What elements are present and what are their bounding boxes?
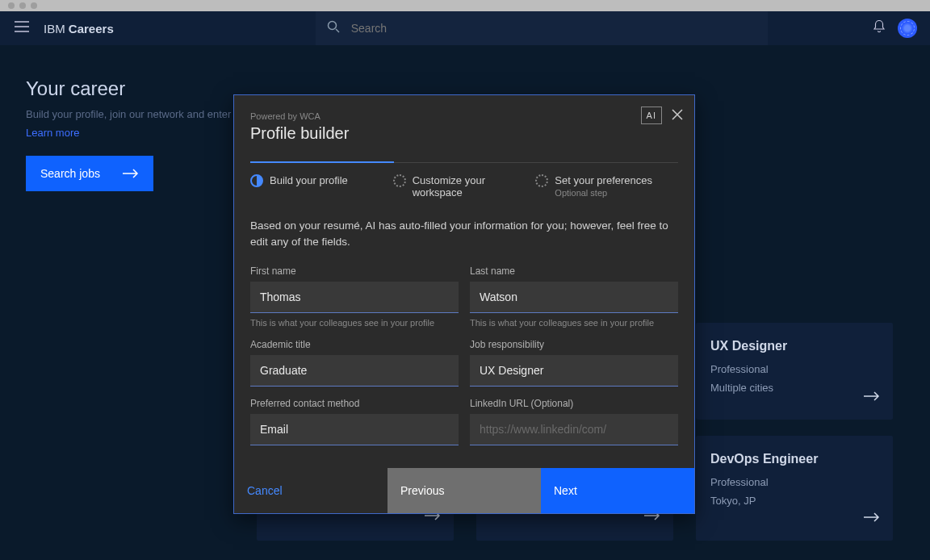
avatar[interactable] (898, 19, 917, 38)
job-card-line1: Professional (710, 363, 878, 375)
header-actions (872, 19, 930, 38)
traffic-light-dot (31, 2, 37, 9)
step-label: Set your preferences (555, 174, 652, 186)
field-last-name: Last name This is what your colleagues s… (470, 265, 678, 328)
job-card-line2: Multiple cities (710, 382, 878, 394)
job-card-devops[interactable]: DevOps Engineer Professional Tokyo, JP (696, 436, 893, 541)
step-label: Build your profile (270, 174, 348, 186)
job-card-line1: Professional (710, 476, 878, 488)
traffic-light-dot (19, 2, 26, 9)
app-header: IBM Careers (0, 11, 930, 45)
job-card-title: DevOps Engineer (710, 452, 878, 466)
step-pending-icon (535, 174, 548, 187)
academic-title-input[interactable] (250, 355, 459, 387)
previous-button[interactable]: Previous (388, 468, 541, 513)
linkedin-url-label: LinkedIn URL (Optional) (470, 398, 678, 409)
next-button[interactable]: Next (541, 468, 694, 513)
step-customize-workspace[interactable]: Customize your workspace (393, 163, 536, 199)
modal-description: Based on your resumé, AI has auto-filled… (250, 218, 678, 251)
window-chrome (0, 0, 930, 11)
svg-point-0 (328, 22, 336, 30)
linkedin-url-input[interactable] (470, 414, 678, 445)
step-optional-label: Optional step (555, 188, 652, 198)
arrow-right-icon (864, 391, 880, 405)
last-name-help: This is what your colleagues see in your… (470, 318, 678, 328)
notifications-icon[interactable] (872, 19, 886, 37)
menu-icon[interactable] (0, 21, 44, 36)
modal-powered-by: Powered by WCA (250, 111, 678, 121)
arrow-right-icon (864, 512, 880, 526)
last-name-input[interactable] (470, 282, 678, 313)
field-academic-title: Academic title (250, 339, 459, 387)
modal-title: Profile builder (250, 124, 678, 143)
contact-method-label: Preferred contact method (250, 398, 459, 409)
learn-more-link[interactable]: Learn more (26, 127, 79, 139)
modal-footer: Cancel Previous Next (234, 468, 694, 513)
first-name-label: First name (250, 265, 459, 277)
brand-main: Careers (69, 22, 114, 36)
contact-method-input[interactable] (250, 414, 459, 445)
first-name-input[interactable] (250, 282, 459, 313)
step-build-profile[interactable]: Build your profile (250, 163, 393, 199)
job-responsibility-label: Job responsibility (470, 339, 678, 350)
job-card-line2: Tokyo, JP (710, 495, 878, 507)
step-set-preferences[interactable]: Set your preferences Optional step (535, 163, 678, 199)
cancel-button[interactable]: Cancel (234, 468, 388, 513)
search-jobs-button[interactable]: Search jobs (26, 156, 153, 191)
first-name-help: This is what your colleagues see in your… (250, 318, 459, 328)
stepper: Build your profile Customize your worksp… (250, 162, 678, 199)
step-label: Customize your workspace (413, 174, 536, 199)
last-name-label: Last name (470, 265, 678, 277)
step-active-icon (250, 174, 263, 187)
field-first-name: First name This is what your colleagues … (250, 265, 459, 328)
job-card-title: UX Designer (710, 339, 878, 353)
job-responsibility-input[interactable] (470, 355, 678, 387)
search-icon (316, 20, 351, 36)
traffic-light-dot (8, 2, 15, 9)
profile-form: First name This is what your colleagues … (250, 265, 678, 445)
academic-title-label: Academic title (250, 339, 459, 350)
job-card-ux[interactable]: UX Designer Professional Multiple cities (696, 323, 893, 420)
brand: IBM Careers (44, 22, 114, 36)
search-input[interactable] (351, 22, 768, 35)
app-root: IBM Careers Your career Build your profi… (0, 11, 930, 560)
step-pending-icon (393, 174, 406, 187)
field-linkedin-url: LinkedIn URL (Optional) (470, 398, 678, 445)
search-bar[interactable] (316, 11, 768, 45)
field-job-responsibility: Job responsibility (470, 339, 678, 387)
ai-badge: AI (641, 107, 662, 124)
brand-prefix: IBM (44, 22, 69, 36)
close-icon[interactable] (672, 109, 683, 123)
field-contact-method: Preferred contact method (250, 398, 459, 445)
profile-builder-modal: AI Powered by WCA Profile builder Build … (233, 94, 695, 514)
search-jobs-label: Search jobs (40, 167, 100, 180)
